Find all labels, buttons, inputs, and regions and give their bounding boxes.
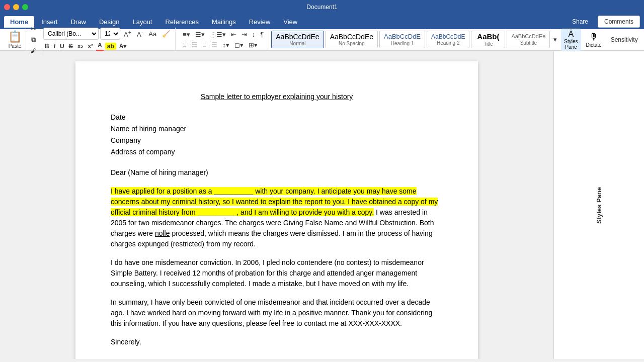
document-container: Sample letter to employer explaining you…	[0, 51, 644, 359]
styles-presets-bar: AaBbCcDdEe Normal AaBbCcDdEe No Spacing …	[271, 31, 559, 48]
bold-button[interactable]: B	[43, 42, 51, 51]
superscript-button[interactable]: x²	[86, 42, 95, 51]
align-left-button[interactable]: ≡	[181, 40, 189, 50]
document-salutation: Dear (Name of hiring manager)	[111, 167, 443, 178]
tab-view[interactable]: View	[277, 16, 303, 28]
underline-button[interactable]: U	[58, 42, 66, 51]
document-main: Sample letter to employer explaining you…	[0, 51, 553, 359]
paste-icon: 📋	[8, 30, 22, 43]
font-family-select[interactable]: Calibri (Bo...	[43, 28, 99, 40]
header-address: Address of company	[111, 147, 443, 157]
header-date: Date	[111, 112, 443, 123]
case-button[interactable]: Aa	[146, 29, 158, 39]
paragraph-1: I have applied for a position as a _____…	[111, 186, 443, 249]
borders-button[interactable]: ⊞▾	[247, 40, 260, 50]
header-company: Company	[111, 135, 443, 146]
styles-pane-title: Styles Pane	[595, 187, 603, 224]
font-color-button[interactable]: A	[96, 41, 104, 51]
clear-format-button[interactable]: 🧹	[160, 29, 172, 39]
style-heading1[interactable]: AaBbCcDdE Heading 1	[379, 31, 425, 48]
justify-button[interactable]: ☰	[209, 40, 219, 50]
copy-button[interactable]: ⧉	[28, 35, 39, 45]
document-title: Sample letter to employer explaining you…	[111, 92, 443, 102]
style-subtitle[interactable]: AaBbCcDdEe Subtitle	[507, 31, 550, 48]
align-right-button[interactable]: ≡	[201, 40, 209, 50]
highlight-button[interactable]: ab	[105, 43, 116, 50]
style-title[interactable]: AaBb( Title	[471, 31, 505, 48]
paragraph-2: I do have one misdemeanor conviction. In…	[111, 257, 443, 289]
styles-more-button[interactable]: ▾	[551, 35, 559, 44]
font-size-select[interactable]: 12	[100, 28, 120, 40]
align-center-button[interactable]: ☰	[190, 40, 200, 50]
microphone-icon: 🎙	[589, 32, 598, 42]
multilevel-button[interactable]: ⋮☰▾	[208, 30, 228, 39]
numbering-button[interactable]: ☰▾	[193, 30, 207, 39]
style-heading2[interactable]: AaBbCcDdE Heading 2	[427, 31, 469, 48]
tab-draw[interactable]: Draw	[65, 16, 92, 28]
shading-button[interactable]: A▾	[118, 42, 128, 51]
bullets-button[interactable]: ≡▾	[181, 30, 192, 39]
highlighted-text: I have applied for a position as a _____…	[111, 187, 438, 216]
increase-indent-button[interactable]: ⇥	[239, 30, 249, 39]
shrink-font-button[interactable]: A-	[135, 28, 145, 39]
title-bar: Document1	[0, 0, 644, 14]
show-formatting-button[interactable]: ¶	[258, 30, 266, 39]
style-no-spacing[interactable]: AaBbCcDdEe No Spacing	[326, 31, 378, 48]
document-page[interactable]: Sample letter to employer explaining you…	[75, 61, 478, 359]
paste-button[interactable]: 📋 Paste	[4, 28, 26, 51]
tab-review[interactable]: Review	[243, 16, 277, 28]
maximize-btn[interactable]	[22, 4, 28, 10]
strikethrough-button[interactable]: S	[67, 42, 74, 51]
header-manager: Name of hiring manager	[111, 124, 443, 134]
paragraph-3: In summary, I have only been convicted o…	[111, 297, 443, 329]
style-normal[interactable]: AaBbCcDdEe Normal	[271, 31, 324, 48]
ribbon: 📋 Paste ✂ ⧉ 🖌 Calibri (Bo... 12 A+ A- Aa…	[0, 29, 644, 51]
shading-para-button[interactable]: ◻▾	[232, 40, 246, 50]
window-title: Document1	[306, 4, 337, 11]
sensitivity-button[interactable]: Sensitivity	[607, 34, 642, 45]
subscript-button[interactable]: x₂	[76, 42, 85, 51]
sort-button[interactable]: ↕	[250, 30, 258, 39]
cut-button[interactable]: ✂	[28, 24, 39, 34]
italic-button[interactable]: I	[52, 42, 57, 51]
tab-layout[interactable]: Layout	[126, 16, 158, 28]
styles-pane-icon: Ā	[569, 30, 574, 39]
comments-button[interactable]: Comments	[598, 16, 640, 28]
document-header: Date Name of hiring manager Company Addr…	[111, 112, 443, 157]
decrease-indent-button[interactable]: ⇤	[229, 30, 238, 39]
grow-font-button[interactable]: A+	[122, 28, 133, 39]
styles-pane-panel: Styles Pane	[553, 51, 644, 359]
tab-design[interactable]: Design	[93, 16, 125, 28]
tab-mailings[interactable]: Mailings	[206, 16, 242, 28]
paragraph-4-sincerely: Sincerely,	[111, 337, 443, 347]
minimize-btn[interactable]	[13, 4, 19, 10]
tab-bar: Home Insert Draw Design Layout Reference…	[0, 14, 644, 29]
close-btn[interactable]	[4, 4, 10, 10]
tab-references[interactable]: References	[159, 16, 205, 28]
share-button[interactable]: Share	[566, 16, 595, 28]
dictate-button[interactable]: 🎙 Dictate	[583, 31, 605, 49]
line-spacing-button[interactable]: ↕▾	[220, 40, 231, 50]
nolle-word: nolle	[155, 229, 170, 237]
styles-pane-button[interactable]: Ā Styles Pane	[561, 29, 581, 51]
